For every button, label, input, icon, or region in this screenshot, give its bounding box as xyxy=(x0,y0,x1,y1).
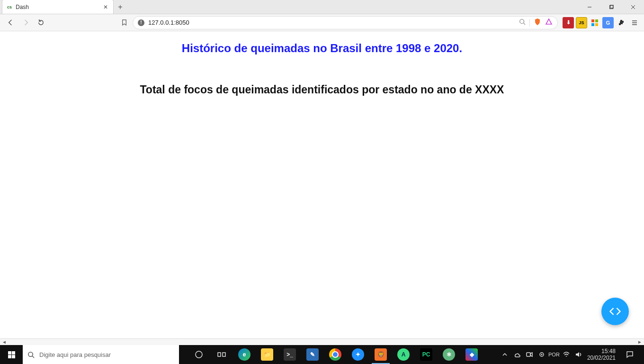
page-viewport[interactable]: Histórico de queimadas no Brasil entre 1… xyxy=(0,31,644,338)
tray-chevron-up-icon[interactable] xyxy=(501,351,509,358)
tray-volume-icon[interactable] xyxy=(575,351,582,358)
tab-close-button[interactable]: ✕ xyxy=(102,3,109,11)
extension-translate-icon[interactable]: G xyxy=(602,17,614,28)
clock-time: 15:48 xyxy=(601,348,616,355)
tray-wifi-icon[interactable] xyxy=(563,351,570,358)
svg-rect-15 xyxy=(223,353,225,356)
extensions-button[interactable] xyxy=(616,17,627,28)
taskbar-app-icon-1[interactable]: ✦ xyxy=(347,345,369,364)
taskbar-editor-icon[interactable]: ✎ xyxy=(301,345,324,364)
scroll-right-arrow[interactable]: ► xyxy=(636,339,643,345)
taskbar-cortana-icon[interactable] xyxy=(188,345,210,364)
svg-point-13 xyxy=(196,351,202,358)
window-maximize-button[interactable] xyxy=(600,0,622,14)
window-close-button[interactable] xyxy=(622,0,644,14)
window-controls xyxy=(579,0,644,14)
horizontal-scrollbar[interactable]: ◄ ► xyxy=(0,338,644,345)
taskbar-atom-icon[interactable]: ⚛ xyxy=(438,345,460,364)
start-button[interactable] xyxy=(0,345,23,364)
browser-titlebar: cs Dash ✕ + xyxy=(0,0,644,14)
browser-toolbar: ! 127.0.0.1:8050 ⬇ JS G xyxy=(0,14,644,31)
taskbar-search-placeholder: Digite aqui para pesquisar xyxy=(39,351,111,358)
taskbar-edge-icon[interactable]: e xyxy=(233,345,256,364)
brave-shields-icon[interactable] xyxy=(534,18,541,27)
extension-pdf-icon[interactable]: ⬇ xyxy=(563,17,574,28)
site-info-icon[interactable]: ! xyxy=(138,19,144,26)
svg-line-6 xyxy=(524,23,526,25)
tab-favicon: cs xyxy=(6,4,13,10)
taskbar-app-icon-2[interactable]: ◆ xyxy=(460,345,483,364)
taskbar-androidstudio-icon[interactable]: A xyxy=(392,345,415,364)
taskbar-search-box[interactable]: Digite aqui para pesquisar xyxy=(23,345,179,364)
bookmark-button[interactable] xyxy=(117,16,131,29)
nav-back-button[interactable] xyxy=(4,16,17,29)
page-title: Histórico de queimadas no Brasil entre 1… xyxy=(0,42,644,55)
svg-rect-16 xyxy=(527,353,530,356)
system-tray: POR 15:48 20/02/2021 xyxy=(496,345,644,364)
scroll-left-arrow[interactable]: ◄ xyxy=(1,339,8,345)
taskbar-explorer-icon[interactable]: 📁 xyxy=(256,345,278,364)
taskbar-brave-icon[interactable]: 🦁 xyxy=(369,345,392,364)
taskbar-terminal-icon[interactable]: >_ xyxy=(278,345,301,364)
action-center-button[interactable] xyxy=(620,345,639,364)
search-icon xyxy=(27,351,35,358)
nav-forward-button[interactable] xyxy=(19,16,32,29)
svg-point-19 xyxy=(541,354,542,355)
tray-location-icon[interactable] xyxy=(538,351,546,358)
page-subtitle: Total de focos de queimadas identificado… xyxy=(0,83,644,96)
tray-onedrive-icon[interactable] xyxy=(513,351,521,358)
extension-microsoft-icon[interactable] xyxy=(589,17,600,28)
url-text: 127.0.0.1:8050 xyxy=(148,19,515,26)
extension-javascript-icon[interactable]: JS xyxy=(576,17,587,28)
svg-marker-7 xyxy=(546,19,552,24)
browser-menu-button[interactable] xyxy=(629,17,640,28)
window-minimize-button[interactable] xyxy=(579,0,600,14)
taskbar-clock[interactable]: 15:48 20/02/2021 xyxy=(587,348,616,362)
tab-title: Dash xyxy=(16,4,99,10)
taskbar-pinned-apps: e 📁 >_ ✎ ✦ 🦁 A PC ⚛ ◆ xyxy=(188,345,483,364)
svg-marker-17 xyxy=(530,353,532,356)
windows-taskbar: Digite aqui para pesquisar e 📁 >_ ✎ ✦ 🦁 … xyxy=(0,345,644,364)
tray-language-icon[interactable]: POR xyxy=(550,351,558,358)
svg-line-12 xyxy=(32,356,34,358)
brave-rewards-icon[interactable] xyxy=(545,18,553,27)
clock-date: 20/02/2021 xyxy=(587,355,616,361)
dash-devtools-button[interactable] xyxy=(601,298,629,325)
extensions-row: ⬇ JS G xyxy=(563,17,640,28)
url-bar[interactable]: ! 127.0.0.1:8050 xyxy=(133,16,558,29)
urlbar-divider xyxy=(529,19,530,27)
svg-point-5 xyxy=(520,19,524,24)
taskbar-taskview-icon[interactable] xyxy=(210,345,233,364)
nav-reload-button[interactable] xyxy=(34,16,47,29)
browser-tab[interactable]: cs Dash ✕ xyxy=(2,0,114,14)
new-tab-button[interactable]: + xyxy=(114,0,127,14)
svg-point-11 xyxy=(28,352,33,356)
svg-marker-20 xyxy=(576,352,579,357)
tray-meet-now-icon[interactable] xyxy=(526,351,533,358)
taskbar-pycharm-icon[interactable]: PC xyxy=(415,345,438,364)
zoom-icon[interactable] xyxy=(519,18,526,27)
taskbar-chrome-icon[interactable] xyxy=(324,345,347,364)
svg-rect-14 xyxy=(218,353,221,356)
